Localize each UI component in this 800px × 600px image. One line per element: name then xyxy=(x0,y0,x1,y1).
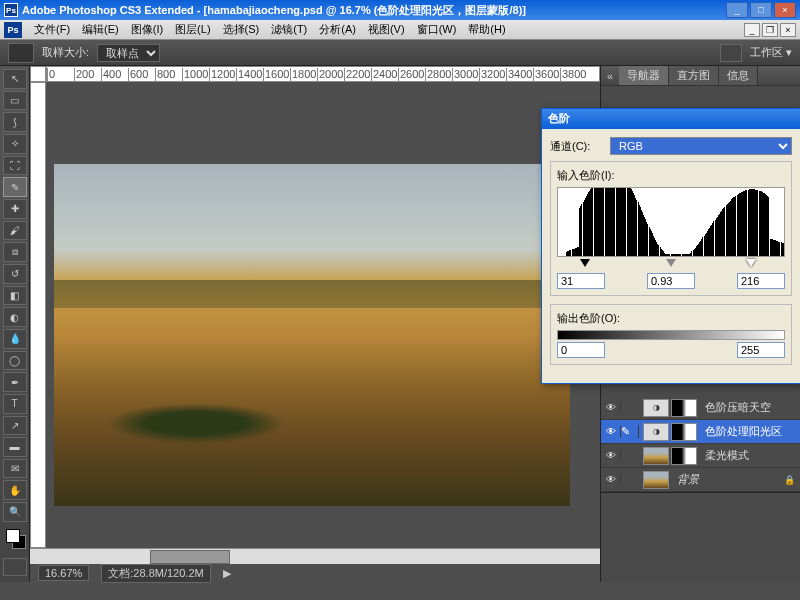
toolbox: ↖ ▭ ⟆ ✧ ⛶ ✎ ✚ 🖌 ⧈ ↺ ◧ ◐ 💧 ◯ ✒ T ↗ ▬ ✉ ✋ … xyxy=(0,66,30,582)
tab-navigator[interactable]: 导航器 xyxy=(619,66,669,85)
input-sliders[interactable] xyxy=(557,259,785,269)
options-bar: 取样大小: 取样点 工作区 ▾ xyxy=(0,40,800,66)
sample-size-label: 取样大小: xyxy=(42,45,89,60)
menu-view[interactable]: 视图(V) xyxy=(362,20,411,39)
move-tool[interactable]: ↖ xyxy=(3,69,27,89)
dialog-title[interactable]: 色阶 xyxy=(542,109,800,129)
menu-window[interactable]: 窗口(W) xyxy=(411,20,463,39)
layer-thumb xyxy=(643,471,669,489)
screen-mode-icon[interactable] xyxy=(720,44,742,62)
menu-layer[interactable]: 图层(L) xyxy=(169,20,216,39)
highlights-input[interactable] xyxy=(737,273,785,289)
layer-row[interactable]: 👁✎◑色阶处理阳光区 xyxy=(601,420,800,444)
notes-tool[interactable]: ✉ xyxy=(3,459,27,479)
doc-title: [hamabajiaocheng.psd @ 16.7% (色阶处理阳光区，图层… xyxy=(204,4,526,16)
sample-size-select[interactable]: 取样点 xyxy=(97,44,160,62)
adjustment-thumb: ◑ xyxy=(643,423,669,441)
canvas[interactable] xyxy=(46,82,600,548)
visibility-icon[interactable]: 👁 xyxy=(601,402,621,413)
layers-footer xyxy=(601,492,800,514)
tab-histogram[interactable]: 直方图 xyxy=(669,66,719,85)
output-black-input[interactable] xyxy=(557,342,605,358)
type-tool[interactable]: T xyxy=(3,394,27,414)
midtone-slider[interactable] xyxy=(666,259,676,267)
highlight-slider[interactable] xyxy=(746,259,756,267)
app-logo[interactable]: Ps xyxy=(4,22,22,38)
hand-tool[interactable]: ✋ xyxy=(3,480,27,500)
layer-name[interactable]: 柔光模式 xyxy=(701,448,796,463)
layer-row[interactable]: 👁背景🔒 xyxy=(601,468,800,492)
shadow-slider[interactable] xyxy=(580,259,590,267)
ruler-vertical xyxy=(30,82,46,548)
output-white-input[interactable] xyxy=(737,342,785,358)
close-button[interactable]: × xyxy=(774,2,796,18)
shape-tool[interactable]: ▬ xyxy=(3,437,27,457)
menu-analysis[interactable]: 分析(A) xyxy=(313,20,362,39)
menu-select[interactable]: 选择(S) xyxy=(217,20,266,39)
gradient-tool[interactable]: ◐ xyxy=(3,307,27,327)
eraser-tool[interactable]: ◧ xyxy=(3,286,27,306)
window-titlebar: Ps Adobe Photoshop CS3 Extended - [hamab… xyxy=(0,0,800,20)
visibility-icon[interactable]: 👁 xyxy=(601,450,621,461)
doc-restore[interactable]: ❐ xyxy=(762,23,778,37)
app-name: Adobe Photoshop CS3 Extended xyxy=(22,4,194,16)
pen-tool[interactable]: ✒ xyxy=(3,372,27,392)
doc-size[interactable]: 文档:28.8M/120.2M xyxy=(101,564,210,583)
doc-minimize[interactable]: _ xyxy=(744,23,760,37)
mask-thumb xyxy=(671,423,697,441)
history-brush-tool[interactable]: ↺ xyxy=(3,264,27,284)
adjustment-thumb: ◑ xyxy=(643,399,669,417)
layer-name[interactable]: 背景 xyxy=(673,472,784,487)
visibility-icon[interactable]: 👁 xyxy=(601,474,621,485)
document-image xyxy=(54,164,570,506)
midtones-input[interactable] xyxy=(647,273,695,289)
doc-close[interactable]: × xyxy=(780,23,796,37)
ruler-origin[interactable] xyxy=(30,66,46,82)
quickmask-toggle[interactable] xyxy=(3,558,27,576)
zoom-level[interactable]: 16.67% xyxy=(38,565,89,581)
layer-name[interactable]: 色阶处理阳光区 xyxy=(701,424,796,439)
lock-icon: 🔒 xyxy=(784,475,796,485)
eyedropper-tool[interactable]: ✎ xyxy=(3,177,27,197)
eyedropper-icon[interactable] xyxy=(8,43,34,63)
visibility-icon[interactable]: 👁 xyxy=(601,426,621,437)
wand-tool[interactable]: ✧ xyxy=(3,134,27,154)
blur-tool[interactable]: 💧 xyxy=(3,329,27,349)
menu-image[interactable]: 图像(I) xyxy=(125,20,169,39)
scrollbar-h[interactable] xyxy=(30,548,600,564)
color-swatches[interactable] xyxy=(2,527,27,554)
maximize-button[interactable]: □ xyxy=(750,2,772,18)
output-levels-label: 输出色阶(O): xyxy=(557,311,785,326)
shadows-input[interactable] xyxy=(557,273,605,289)
lasso-tool[interactable]: ⟆ xyxy=(3,112,27,132)
layer-row[interactable]: 👁柔光模式 xyxy=(601,444,800,468)
input-levels-label: 输入色阶(I): xyxy=(557,168,785,183)
marquee-tool[interactable]: ▭ xyxy=(3,91,27,111)
zoom-tool[interactable]: 🔍 xyxy=(3,502,27,522)
menu-filter[interactable]: 滤镜(T) xyxy=(265,20,313,39)
tab-info[interactable]: 信息 xyxy=(719,66,758,85)
path-tool[interactable]: ↗ xyxy=(3,416,27,436)
workspace-menu[interactable]: 工作区 ▾ xyxy=(750,45,792,60)
scrollbar-thumb[interactable] xyxy=(150,550,230,564)
channel-select[interactable]: RGB xyxy=(610,137,792,155)
crop-tool[interactable]: ⛶ xyxy=(3,156,27,176)
menu-help[interactable]: 帮助(H) xyxy=(462,20,511,39)
layer-thumb xyxy=(643,447,669,465)
layer-row[interactable]: 👁◑色阶压暗天空 xyxy=(601,396,800,420)
minimize-button[interactable]: _ xyxy=(726,2,748,18)
panel-collapse[interactable]: « xyxy=(601,70,619,82)
stamp-tool[interactable]: ⧈ xyxy=(3,242,27,262)
menu-edit[interactable]: 编辑(E) xyxy=(76,20,125,39)
menu-file[interactable]: 文件(F) xyxy=(28,20,76,39)
dodge-tool[interactable]: ◯ xyxy=(3,351,27,371)
brush-tool[interactable]: 🖌 xyxy=(3,221,27,241)
levels-dialog[interactable]: 色阶 通道(C): RGB 输入色阶(I): 输出色阶(O): xyxy=(541,108,800,384)
mask-thumb xyxy=(671,447,697,465)
heal-tool[interactable]: ✚ xyxy=(3,199,27,219)
layer-name[interactable]: 色阶压暗天空 xyxy=(701,400,796,415)
output-gradient[interactable] xyxy=(557,330,785,340)
menu-bar: Ps 文件(F) 编辑(E) 图像(I) 图层(L) 选择(S) 滤镜(T) 分… xyxy=(0,20,800,40)
mask-thumb xyxy=(671,399,697,417)
link-cell[interactable]: ✎ xyxy=(621,425,639,438)
